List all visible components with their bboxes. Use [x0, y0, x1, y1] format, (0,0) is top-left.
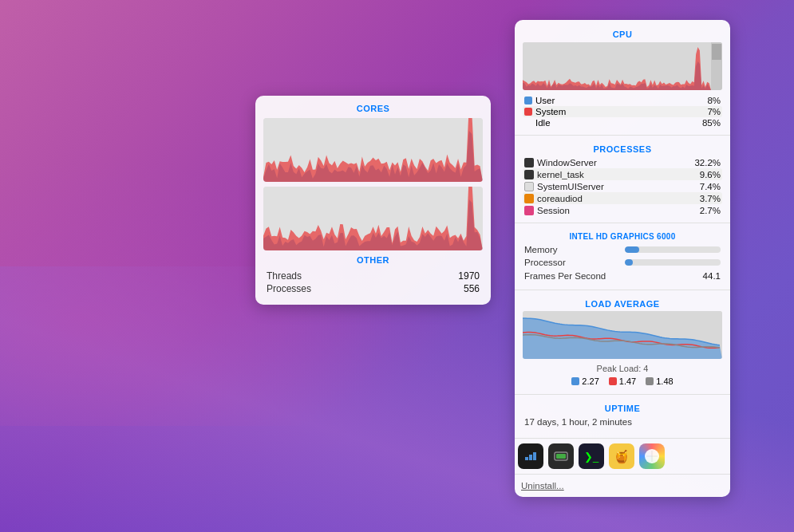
memory-bar-wrap [625, 246, 721, 253]
uninstall-link[interactable]: Uninstall... [521, 481, 564, 491]
proc-name-0: WindowServer [524, 158, 597, 167]
uninstall-row: Uninstall... [515, 474, 730, 497]
load-val-3: 1.48 [656, 376, 673, 386]
other-title: OTHER [263, 255, 483, 265]
load-legend-gray: 1.48 [646, 376, 673, 386]
apps-row: ❯_ 🍯 [515, 438, 730, 474]
proc-name-4: Session [524, 206, 570, 215]
processes-value: 556 [464, 283, 480, 294]
cpu-title: CPU [523, 25, 722, 42]
proc-row-2: SystemUIServer 7.4% [523, 180, 722, 192]
proc-name-1: kernel_task [524, 170, 584, 179]
load-section: LOAD AVERAGE Peak Load: 4 2.27 1.47 1.48 [515, 290, 730, 394]
cores-panel: CORES OTHER Threads 1970 Processes 556 [255, 96, 491, 305]
proc-icon-2 [524, 182, 534, 191]
processes-row: Processes 556 [263, 282, 483, 295]
processor-bar-wrap [625, 259, 721, 266]
threads-label: Threads [267, 270, 302, 282]
proc-label-1: kernel_task [537, 170, 584, 179]
proc-label-2: SystemUIServer [537, 182, 604, 191]
processor-label: Processor [524, 258, 566, 267]
fps-row: Frames Per Second 44.1 [523, 269, 722, 283]
processes-title: PROCESSES [523, 140, 722, 156]
memory-bar-fill [625, 246, 639, 253]
app-icon-istatmenus[interactable] [518, 443, 543, 469]
app-icon-safari[interactable] [639, 443, 665, 469]
fps-label: Frames Per Second [524, 271, 606, 281]
svg-rect-2 [556, 454, 566, 459]
memory-label: Memory [524, 245, 558, 254]
user-color-dot [524, 97, 532, 104]
app-icon-gpumonitor[interactable] [548, 443, 574, 469]
load-dot-red [609, 377, 617, 385]
processor-bar-fill [625, 259, 633, 266]
proc-pct-4: 2.7% [700, 206, 721, 215]
proc-label-4: Session [537, 206, 570, 215]
load-peak: Peak Load: 4 [523, 362, 722, 375]
cores-title: CORES [263, 104, 483, 113]
proc-name-3: coreaudiod [524, 194, 583, 203]
proc-icon-1 [524, 170, 534, 179]
user-legend-left: User [524, 96, 555, 105]
proc-row-1: kernel_task 9.6% [523, 168, 722, 180]
proc-row-0: WindowServer 32.2% [523, 156, 722, 168]
system-legend-left: System [524, 107, 566, 116]
proc-icon-3 [524, 194, 534, 203]
idle-legend-left: Idle [524, 118, 551, 128]
other-section: OTHER Threads 1970 Processes 556 [263, 255, 483, 295]
processes-label: Processes [267, 283, 311, 294]
app-icon-honey[interactable]: 🍯 [609, 443, 634, 469]
load-val-1: 2.27 [582, 376, 598, 386]
threads-row: Threads 1970 [263, 270, 483, 282]
load-legend: 2.27 1.47 1.48 [523, 375, 722, 388]
core-graph-1 [263, 118, 483, 182]
proc-pct-3: 3.7% [700, 194, 721, 203]
proc-row-4: Session 2.7% [523, 204, 722, 216]
memory-row: Memory [523, 243, 722, 256]
system-label: System [535, 107, 566, 116]
uptime-section: UPTIME 17 days, 1 hour, 2 minutes [515, 394, 730, 438]
uptime-text: 17 days, 1 hour, 2 minutes [523, 416, 722, 432]
load-dot-gray [646, 377, 654, 385]
proc-row-3: coreaudiod 3.7% [523, 192, 722, 204]
processor-row: Processor [523, 256, 722, 269]
core-graph-2 [263, 187, 483, 250]
proc-pct-1: 9.6% [700, 170, 721, 179]
proc-label-3: coreaudiod [537, 194, 583, 203]
idle-pct: 85% [702, 118, 721, 128]
proc-pct-0: 32.2% [694, 158, 721, 167]
proc-icon-0 [524, 158, 534, 167]
uptime-title: UPTIME [523, 400, 722, 416]
load-val-2: 1.47 [619, 376, 636, 386]
load-legend-blue: 2.27 [571, 376, 598, 386]
cpu-panel: CPU User 8% System 7% Idle 85% PROCES [515, 20, 730, 497]
gpu-section: INTEL HD GRAPHICS 6000 Memory Processor … [515, 223, 730, 290]
intel-title: INTEL HD GRAPHICS 6000 [523, 228, 722, 243]
proc-label-0: WindowServer [537, 158, 597, 167]
idle-label: Idle [535, 118, 551, 128]
user-label: User [535, 96, 555, 105]
cpu-section: CPU User 8% System 7% Idle 85% [515, 20, 730, 135]
processes-section: PROCESSES WindowServer 32.2% kernel_task… [515, 135, 730, 223]
proc-name-2: SystemUIServer [524, 182, 604, 191]
system-legend-row: System 7% [523, 106, 722, 117]
load-legend-red: 1.47 [609, 376, 636, 386]
idle-legend-row: Idle 85% [523, 117, 722, 128]
cpu-graph [523, 42, 722, 90]
system-pct: 7% [707, 107, 721, 116]
app-icon-terminal[interactable]: ❯_ [579, 443, 604, 469]
system-color-dot [524, 108, 532, 116]
load-title: LOAD AVERAGE [523, 295, 722, 311]
proc-icon-4 [524, 206, 534, 215]
threads-value: 1970 [458, 270, 480, 282]
load-dot-blue [571, 377, 579, 385]
user-legend-row: User 8% [523, 95, 722, 106]
load-graph [523, 311, 722, 359]
fps-value: 44.1 [703, 271, 721, 281]
proc-pct-2: 7.4% [700, 182, 721, 191]
user-pct: 8% [707, 96, 721, 105]
